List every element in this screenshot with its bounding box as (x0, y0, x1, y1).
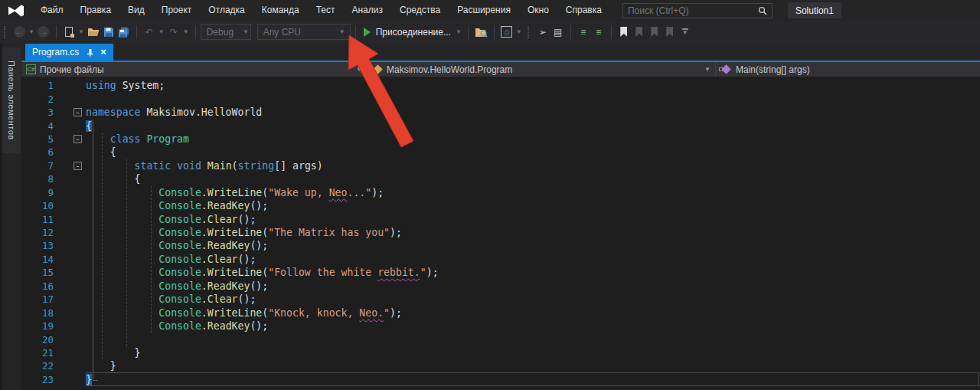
menu-help[interactable]: Справка (557, 0, 610, 21)
code-token: "Follow the white (268, 267, 377, 278)
toolbar-grip[interactable] (4, 26, 7, 38)
code-line[interactable]: 10 Console.ReadKey(); (21, 199, 980, 212)
code-token: using (86, 80, 116, 91)
menu-view[interactable]: Вид (119, 0, 153, 21)
tab-program-cs[interactable]: Program.cs × (25, 44, 113, 61)
outlining-margin[interactable]: - (73, 135, 86, 143)
menu-extensions[interactable]: Расширения (449, 0, 519, 21)
code-line[interactable]: 7- static void Main(string[] args) (21, 159, 980, 172)
line-number: 21 (21, 347, 54, 359)
menu-test[interactable]: Тест (308, 0, 344, 21)
outlining-margin[interactable]: - (73, 162, 86, 170)
save-all-button[interactable] (116, 23, 132, 41)
code-line[interactable]: 15 Console.WriteLine("Follow the white r… (21, 266, 980, 279)
code-line[interactable]: 12 Console.WriteLine("The Matrix has you… (21, 226, 980, 239)
find-in-files-button[interactable] (473, 23, 489, 41)
menu-project[interactable]: Проект (153, 0, 201, 21)
private-method-icon (721, 64, 731, 74)
code-line[interactable]: 18 Console.WriteLine("Knock, knock, Neo.… (21, 306, 980, 319)
navigate-forward-button[interactable]: → (36, 23, 51, 41)
code-line[interactable]: 19 Console.ReadKey(); (21, 320, 980, 333)
menu-team[interactable]: Команда (253, 0, 308, 21)
undo-button[interactable]: ↶ (142, 23, 157, 41)
undo-dropdown-icon[interactable]: ▼ (157, 28, 166, 35)
back-dropdown-icon[interactable]: ▼ (27, 28, 36, 35)
next-bookmark-button[interactable] (647, 23, 662, 41)
code-line[interactable]: 17 Console.Clear(); (21, 293, 980, 306)
navigate-back-button[interactable]: ← (11, 23, 27, 41)
new-project-dropdown-icon[interactable]: ▼ (77, 28, 86, 35)
code-token: Clear (207, 214, 238, 225)
clear-bookmarks-button[interactable] (662, 23, 678, 41)
member-dropdown[interactable]: Main(string[] args) (716, 62, 980, 77)
code-text: { (86, 146, 116, 158)
pin-icon[interactable] (86, 48, 94, 57)
toolbox-tab-label: Панель элементов (7, 61, 16, 140)
quick-search-box[interactable] (622, 3, 773, 18)
menu-window[interactable]: Окно (519, 0, 557, 21)
start-attach-button[interactable]: Присоединение... (361, 23, 454, 41)
code-line[interactable]: 23} (21, 373, 980, 386)
type-dropdown-value: Maksimov.HelloWorld.Program (387, 64, 512, 75)
close-icon[interactable]: × (100, 48, 106, 57)
line-number: 9 (21, 187, 54, 198)
type-dropdown[interactable]: Maksimov.HelloWorld.Program ▼ (368, 62, 716, 77)
properties-button[interactable]: ▤ (550, 23, 566, 41)
menu-tools[interactable]: Средства (391, 0, 449, 21)
code-token: Maksimov.HelloWorld (140, 107, 262, 118)
code-token: static (135, 160, 172, 172)
code-token: . (201, 320, 207, 332)
collapse-icon[interactable]: - (74, 162, 82, 170)
toolbox-tab[interactable]: Панель элементов (2, 48, 21, 153)
collapse-icon[interactable]: - (74, 135, 82, 143)
code-line[interactable]: 3-namespace Maksimov.HelloWorld (21, 106, 980, 119)
code-token (86, 307, 158, 319)
home-dropdown-icon[interactable]: ▼ (514, 28, 524, 35)
start-dropdown-icon[interactable]: ▼ (454, 28, 463, 35)
outlining-margin[interactable]: - (73, 108, 86, 116)
increase-indent-button[interactable]: ≡ (591, 23, 606, 41)
code-line[interactable]: 6 { (21, 146, 980, 159)
decrease-indent-button[interactable]: ≡ (576, 23, 591, 41)
code-line[interactable]: 2 (21, 92, 980, 105)
line-number: 1 (21, 80, 54, 91)
code-line[interactable]: 20 (21, 333, 980, 346)
save-button[interactable] (101, 23, 116, 41)
code-line[interactable]: 4{ (21, 119, 980, 132)
code-line[interactable]: 11 Console.Clear(); (21, 212, 980, 225)
line-number: 17 (21, 293, 54, 305)
open-file-button[interactable] (86, 23, 101, 41)
platform-dropdown[interactable]: Any CPU ▼ (257, 24, 351, 40)
code-line[interactable]: 21 } (21, 346, 980, 359)
search-input[interactable] (623, 5, 758, 16)
code-line[interactable]: 13 Console.ReadKey(); (21, 239, 980, 252)
code-token: void (177, 160, 201, 172)
prev-bookmark-button[interactable] (632, 23, 647, 41)
toolbar-grip[interactable] (528, 26, 531, 38)
code-token (201, 160, 207, 172)
redo-dropdown-icon[interactable]: ▼ (181, 28, 191, 35)
code-editor[interactable]: 1using System;23-namespace Maksimov.Hell… (21, 77, 980, 390)
menu-analyze[interactable]: Анализ (343, 0, 391, 21)
code-line[interactable]: 9 Console.WriteLine("Wake up, Neo..."); (21, 186, 980, 199)
code-line[interactable]: 8 { (21, 172, 980, 185)
solution-badge[interactable]: Solution1 (788, 2, 841, 18)
code-line[interactable]: 1using System; (21, 79, 980, 92)
code-line[interactable]: 14 Console.Clear(); (21, 253, 980, 266)
toggle-bookmark-button[interactable] (616, 23, 632, 41)
collapse-icon[interactable]: - (74, 108, 82, 116)
menu-file[interactable]: Файл (32, 0, 72, 21)
code-line[interactable]: 5- class Program (21, 133, 980, 146)
code-line[interactable]: 16 Console.ReadKey(); (21, 280, 980, 293)
menu-debug[interactable]: Отладка (200, 0, 253, 21)
code-line[interactable]: 22 } (21, 359, 980, 372)
solution-home-button[interactable]: ⌂ (499, 23, 514, 41)
code-token: . (201, 187, 207, 198)
toolbar-overflow-button[interactable]: ▼ (678, 23, 693, 41)
menu-edit[interactable]: Правка (72, 0, 120, 21)
select-element-button[interactable]: ➢ (535, 23, 550, 41)
new-project-button[interactable] (61, 23, 77, 41)
debug-configuration-dropdown[interactable]: Debug ▼ (201, 24, 251, 40)
redo-button[interactable]: ↷ (166, 23, 181, 41)
project-dropdown[interactable]: C# Прочие файлы ▼ (21, 62, 368, 77)
